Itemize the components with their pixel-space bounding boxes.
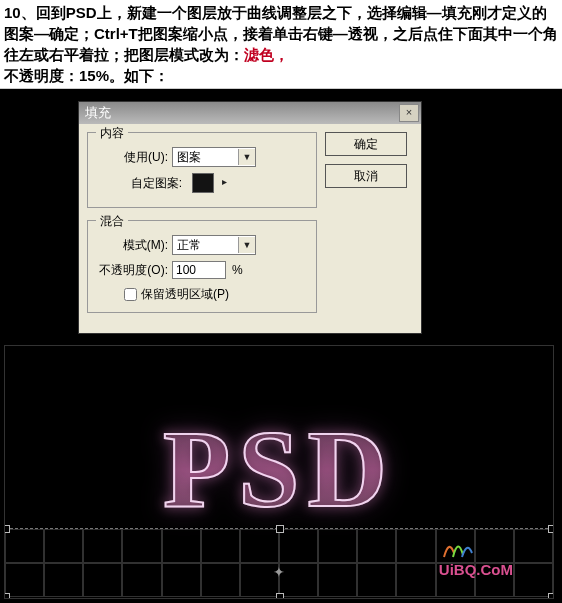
preserve-transparency-checkbox[interactable] [124,288,137,301]
dropdown-arrow-icon: ▼ [238,237,255,253]
step-number: 10、 [4,4,36,21]
close-button[interactable]: × [399,104,419,122]
fill-dialog: 填充 × 内容 使用(U): 图案 ▼ 自定 [78,101,422,334]
use-label: 使用(U): [96,149,168,166]
cancel-button[interactable]: 取消 [325,164,407,188]
mode-label: 模式(M): [96,237,168,254]
use-dropdown[interactable]: 图案 ▼ [172,147,256,167]
artwork-canvas: PSD ✦ UiBQ.CoM [4,345,554,599]
pattern-swatch[interactable] [192,173,214,193]
content-fieldset: 内容 使用(U): 图案 ▼ 自定图案: [87,132,317,208]
ok-button[interactable]: 确定 [325,132,407,156]
preserve-transparency-label: 保留透明区域(P) [141,286,229,303]
transform-handle[interactable] [276,593,284,599]
mode-dropdown[interactable]: 正常 ▼ [172,235,256,255]
blend-fieldset: 混合 模式(M): 正常 ▼ 不透明度(O): % [87,220,317,313]
opacity-label: 不透明度(O): [96,262,168,279]
blend-legend: 混合 [96,213,128,230]
transform-handle[interactable] [548,525,554,533]
transform-handle[interactable] [276,525,284,533]
screenshot-area: 填充 × 内容 使用(U): 图案 ▼ 自定 [0,89,562,603]
close-icon: × [406,106,412,118]
transform-center-icon[interactable]: ✦ [273,564,285,580]
transform-handle[interactable] [4,525,10,533]
instruction-text: 10、回到PSD上，新建一个图层放于曲线调整层之下，选择编辑—填充刚才定义的图案… [0,0,562,89]
highlight-text: 滤色， [244,46,289,63]
psd-text-effect: PSD [5,406,553,533]
dropdown-arrow-icon: ▼ [238,149,255,165]
opacity-input[interactable] [172,261,226,279]
custom-pattern-label: 自定图案: [126,175,182,192]
watermark: UiBQ.CoM [439,535,513,578]
dialog-titlebar[interactable]: 填充 × [79,102,421,124]
content-legend: 内容 [96,125,128,142]
opacity-unit: % [232,263,243,277]
transform-handle[interactable] [548,593,554,599]
watermark-text: UiBQ.CoM [439,561,513,578]
dialog-title: 填充 [85,104,111,122]
transform-handle[interactable] [4,593,10,599]
